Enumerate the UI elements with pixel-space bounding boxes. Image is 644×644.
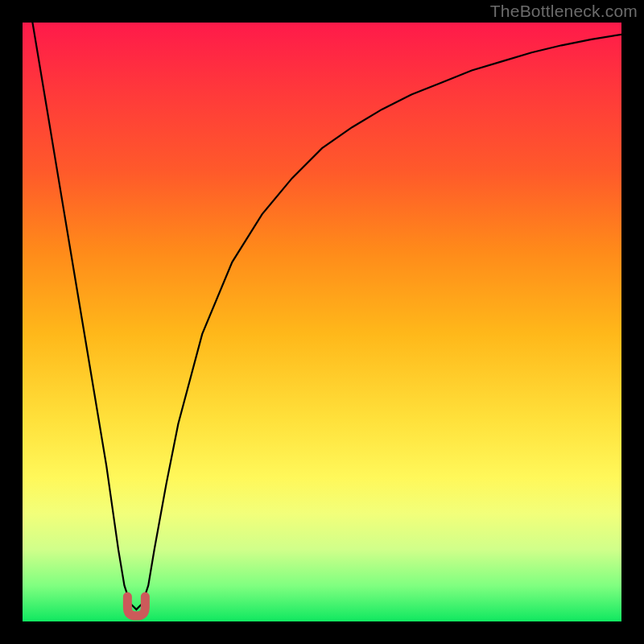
bottleneck-curve (23, 23, 621, 621)
chart-frame: TheBottleneck.com (0, 0, 644, 644)
plot-area (23, 23, 621, 621)
watermark-text: TheBottleneck.com (490, 2, 638, 21)
